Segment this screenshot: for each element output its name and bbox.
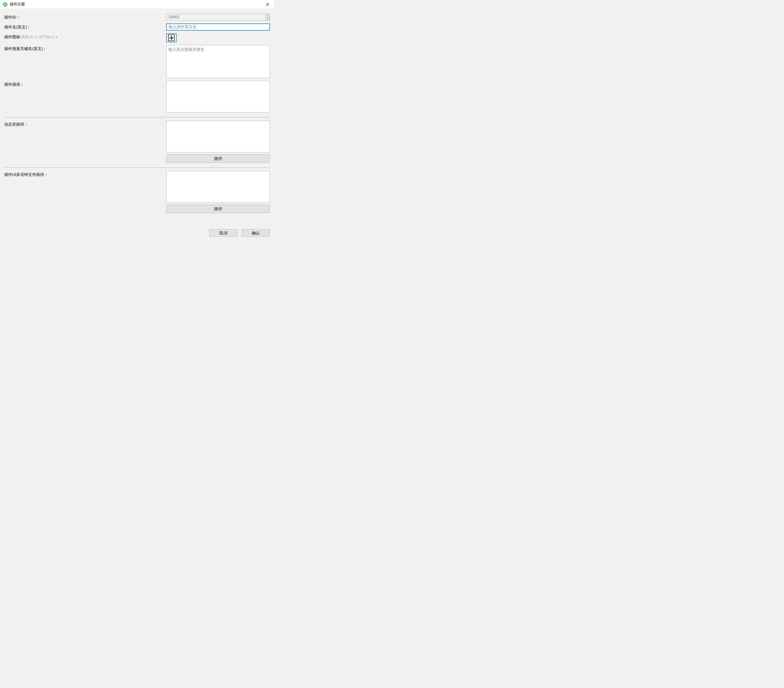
add-icon-button[interactable] [166,33,176,42]
form-content: 插件ID： ▲ ▼ 插件名(英文)： [0,9,274,226]
spin-down-button[interactable]: ▼ [265,17,270,21]
plugin-id-input[interactable] [166,14,270,21]
label-plugin-icon-main: 插件图标 [4,35,20,39]
ui-lang-path-input[interactable] [166,171,270,203]
library-path-button[interactable]: 路径 [166,154,270,163]
row-plugin-id: 插件ID： ▲ ▼ [4,14,270,21]
label-plugin-name: 插件名(英文)： [4,23,166,30]
ok-button[interactable]: 确认 [242,229,270,237]
row-description: 插件描述： [4,81,270,112]
ui-lang-path-button[interactable]: 路径 [166,204,270,213]
plugin-name-input[interactable] [166,23,270,31]
label-plugin-icon: 插件图标(图标大小 30*30px)： [4,33,166,40]
search-key-input[interactable] [166,45,270,78]
row-library-path: 动态库路径： 路径 [4,121,270,163]
dialog-title: 插件注册 [10,2,263,7]
label-ui-lang-path: 插件UI多语种文件路径： [4,171,166,177]
row-ui-lang-path: 插件UI多语种文件路径： 路径 [4,171,270,213]
description-input[interactable] [166,81,270,112]
plugin-id-spinbox[interactable]: ▲ ▼ [166,14,270,21]
close-icon [266,2,269,8]
label-search-key: 插件搜索关键名(英文)： [4,45,166,51]
label-plugin-icon-colon: ： [54,35,58,39]
spin-up-button[interactable]: ▲ [265,14,270,17]
plus-icon [168,35,175,41]
label-plugin-id: 插件ID： [4,14,166,20]
dialog-buttons: 取消 确认 [0,226,274,240]
chevron-down-icon: ▼ [267,18,268,20]
close-button[interactable] [263,1,272,8]
row-plugin-icon: 插件图标(图标大小 30*30px)： [4,33,270,42]
row-plugin-name: 插件名(英文)： [4,23,270,31]
library-path-input[interactable] [166,121,270,153]
row-search-key: 插件搜索关键名(英文)： [4,45,270,78]
label-plugin-icon-hint: (图标大小 30*30px) [20,35,54,39]
titlebar: 插件注册 [0,0,274,9]
cancel-button[interactable]: 取消 [209,229,237,237]
dialog-window: 插件注册 插件ID： ▲ [0,0,274,240]
label-description: 插件描述： [4,81,166,87]
label-library-path: 动态库路径： [4,121,166,127]
app-icon [3,2,8,7]
chevron-up-icon: ▲ [267,15,268,16]
